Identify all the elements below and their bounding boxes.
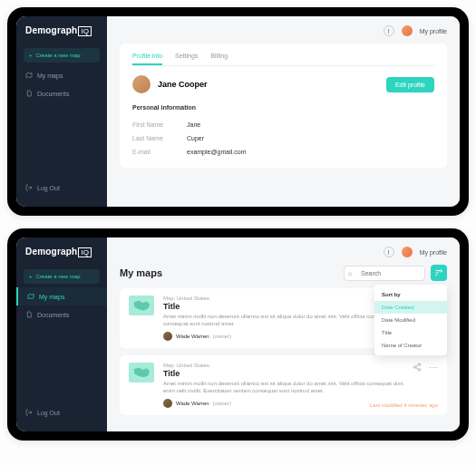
sort-button[interactable]: [431, 265, 447, 281]
tab-profile-info[interactable]: Profile info: [132, 53, 162, 65]
brand-iq: IQ: [78, 247, 92, 257]
sidebar-item-label: My maps: [39, 294, 64, 300]
owner-role: (owner): [213, 401, 231, 406]
tab-settings[interactable]: Settings: [175, 53, 198, 65]
info-row: E-mail example@gmail.com: [132, 145, 434, 159]
brand: DemographIQ: [16, 247, 107, 266]
info-label: Last Name: [132, 135, 187, 141]
main-content: ! My profile My maps ⌕ Sort by Dat: [107, 237, 460, 431]
page-title: My maps: [120, 267, 162, 278]
logout-icon: [25, 184, 33, 192]
avatar[interactable]: [402, 25, 413, 36]
sidebar-item-my-maps[interactable]: My maps: [16, 287, 107, 305]
new-map-label: Create a new map: [36, 53, 81, 58]
info-value: example@gmail.com: [187, 149, 246, 155]
profile-name: Jane Cooper: [158, 80, 208, 89]
maps-header: My maps ⌕ Sort by Date Created Date Modi…: [120, 265, 447, 281]
profile-card: Profile info Settings Billing Jane Coope…: [120, 44, 447, 168]
map-thumbnail: [129, 363, 154, 383]
logout-button[interactable]: Log Out: [16, 179, 107, 198]
sidebar-item-label: Documents: [37, 312, 69, 318]
owner-avatar: [163, 399, 172, 408]
search-wrap: ⌕: [344, 266, 425, 281]
info-label: First Name: [132, 121, 187, 128]
map-description: Amet minim mollit non deserunt ullamco e…: [163, 380, 403, 395]
document-icon: [25, 90, 33, 97]
sidebar-item-documents[interactable]: Documents: [16, 305, 107, 324]
main-content: ! My profile Profile info Settings Billi…: [107, 16, 460, 207]
screen: DemographIQ + Create a new map My maps D…: [16, 16, 460, 207]
map-title: Title: [163, 369, 403, 378]
map-thumbnail: [129, 295, 154, 315]
topbar: ! My profile: [120, 247, 447, 265]
logout-label: Log Out: [37, 185, 60, 191]
search-icon: ⌕: [348, 269, 353, 277]
new-map-button[interactable]: + Create a new map: [24, 269, 100, 284]
profile-left: Jane Cooper: [132, 75, 208, 93]
map-info: Map: United States Title Amet minim moll…: [163, 363, 403, 408]
profile-header: Jane Cooper Edit profile: [132, 75, 434, 93]
sidebar-item-label: Documents: [37, 91, 69, 97]
info-label: E-mail: [132, 149, 187, 155]
map-icon: [25, 72, 33, 79]
sort-menu-header: Sort by: [374, 288, 447, 301]
plus-icon: +: [29, 53, 33, 58]
tab-billing[interactable]: Billing: [210, 53, 228, 65]
device-maps: DemographIQ + Create a new map My maps D…: [7, 228, 469, 441]
plus-icon: +: [29, 274, 33, 279]
info-row: Last Name Cuper: [132, 131, 434, 145]
new-map-button[interactable]: + Create a new map: [24, 48, 100, 63]
profile-avatar: [132, 75, 151, 93]
avatar[interactable]: [402, 247, 413, 257]
sidebar: DemographIQ + Create a new map My maps D…: [16, 237, 107, 431]
owner-avatar: [163, 332, 172, 341]
map-card[interactable]: Map: United States Title Amet minim moll…: [120, 355, 447, 415]
help-icon[interactable]: !: [384, 25, 394, 36]
help-icon[interactable]: !: [384, 247, 394, 257]
new-map-label: Create a new map: [36, 274, 81, 279]
document-icon: [25, 311, 33, 318]
logout-icon: [25, 409, 33, 417]
search-sort-group: ⌕ Sort by Date Created Date Modified Tit…: [344, 265, 447, 281]
sidebar-item-label: My maps: [37, 73, 63, 79]
more-icon[interactable]: ⋯: [429, 363, 438, 408]
svg-point-2: [418, 368, 421, 371]
brand: DemographIQ: [16, 25, 107, 44]
logout-label: Log Out: [37, 410, 60, 416]
map-icon: [27, 293, 34, 300]
sort-option-creator[interactable]: Name of Creator: [374, 339, 447, 352]
edit-profile-button[interactable]: Edit profile: [386, 77, 434, 92]
map-region: Map: United States: [163, 363, 403, 368]
device-profile: DemographIQ + Create a new map My maps D…: [7, 7, 469, 216]
owner-role: (owner): [213, 334, 231, 339]
svg-point-0: [418, 363, 421, 366]
svg-point-1: [413, 366, 416, 369]
sidebar-item-documents[interactable]: Documents: [16, 84, 107, 102]
tabs: Profile info Settings Billing: [132, 53, 434, 66]
sidebar-item-my-maps[interactable]: My maps: [16, 66, 107, 84]
owner-name: Wade Warren: [176, 334, 209, 339]
logout-button[interactable]: Log Out: [16, 403, 107, 422]
sort-option-title[interactable]: Title: [374, 326, 447, 339]
sort-option-date-created[interactable]: Date Created: [374, 301, 447, 314]
info-value: Cuper: [187, 135, 204, 141]
profile-link[interactable]: My profile: [420, 249, 447, 256]
info-value: Jane: [187, 121, 200, 128]
topbar: ! My profile: [120, 25, 447, 44]
section-title: Personal information: [132, 104, 434, 111]
sidebar: DemographIQ + Create a new map My maps D…: [16, 16, 107, 207]
brand-name: Demograph: [25, 247, 77, 257]
brand-name: Demograph: [25, 25, 77, 35]
last-modified: Last modified 4 minutes ago: [370, 402, 438, 408]
info-row: First Name Jane: [132, 118, 434, 131]
search-input[interactable]: [344, 266, 425, 281]
share-icon[interactable]: [413, 363, 422, 408]
map-owner: Wade Warren (owner): [163, 399, 403, 408]
owner-name: Wade Warren: [176, 401, 209, 406]
brand-iq: IQ: [78, 26, 92, 36]
map-actions: ⋯: [413, 363, 438, 408]
profile-link[interactable]: My profile: [420, 28, 447, 34]
sort-menu: Sort by Date Created Date Modified Title…: [374, 285, 447, 355]
sort-option-date-modified[interactable]: Date Modified: [374, 314, 447, 326]
screen: DemographIQ + Create a new map My maps D…: [16, 237, 460, 431]
